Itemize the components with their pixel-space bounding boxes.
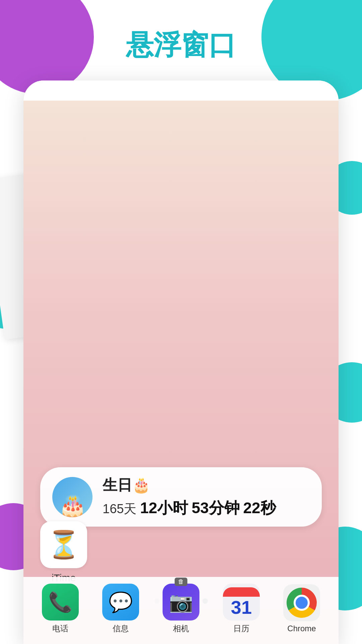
page-title: 悬浮窗口 [0,27,362,64]
chrome-circle [287,588,317,618]
phone-app-label: 电话 [52,623,68,634]
delete-handle: 🗑 [175,578,187,586]
phone-top-bar [23,80,339,101]
calendar-header [223,587,260,597]
phone-screen: 🎂 生日🎂 165天 12小时 53分钟 22秒 ⏳ iTime [23,80,339,644]
chrome-app-label: Chrome [287,624,316,633]
birthday-avatar: 🎂 [52,477,93,517]
calendar-app-icon: 31 [223,584,260,621]
phone-app-icon: 📞 [42,584,79,621]
hours-count: 12小时 [140,499,188,517]
seconds-count: 22秒 [243,499,276,517]
days-count: 165天 [103,502,136,516]
birthday-countdown: 165天 12小时 53分钟 22秒 [103,498,310,519]
birthday-info: 生日🎂 165天 12小时 53分钟 22秒 [103,475,310,519]
dock-app-phone[interactable]: 📞 电话 [42,584,79,634]
calendar-app-label: 日历 [233,623,249,634]
camera-app-label: 相机 [173,623,189,634]
dock-app-calendar[interactable]: 31 日历 [223,584,260,634]
messages-app-icon: 💬 [102,584,139,621]
chrome-app-icon [283,584,320,621]
birthday-cake-icon: 🎂 [58,495,87,517]
phone-mockup: 🎂 生日🎂 165天 12小时 53分钟 22秒 ⏳ iTime [23,80,339,644]
birthday-widget[interactable]: 🎂 生日🎂 165天 12小时 53分钟 22秒 [40,467,322,527]
bottom-dock: 📞 电话 💬 信息 🗑 📷 相机 [23,577,339,644]
chrome-inner-circle [294,595,310,611]
calendar-day: 31 [231,598,252,617]
camera-app-icon: 🗑 📷 [163,584,199,621]
phone-main-area: 🎂 生日🎂 165天 12小时 53分钟 22秒 ⏳ iTime [23,101,339,644]
messages-app-label: 信息 [113,623,129,634]
itime-icon: ⏳ [40,521,87,568]
dock-app-messages[interactable]: 💬 信息 [102,584,139,634]
dock-app-chrome[interactable]: Chrome [283,584,320,633]
minutes-count: 53分钟 [192,499,240,517]
birthday-title: 生日🎂 [103,475,310,495]
dock-app-camera[interactable]: 🗑 📷 相机 [163,584,199,634]
itime-app[interactable]: ⏳ iTime [40,521,87,584]
hourglass-icon: ⏳ [47,529,80,560]
